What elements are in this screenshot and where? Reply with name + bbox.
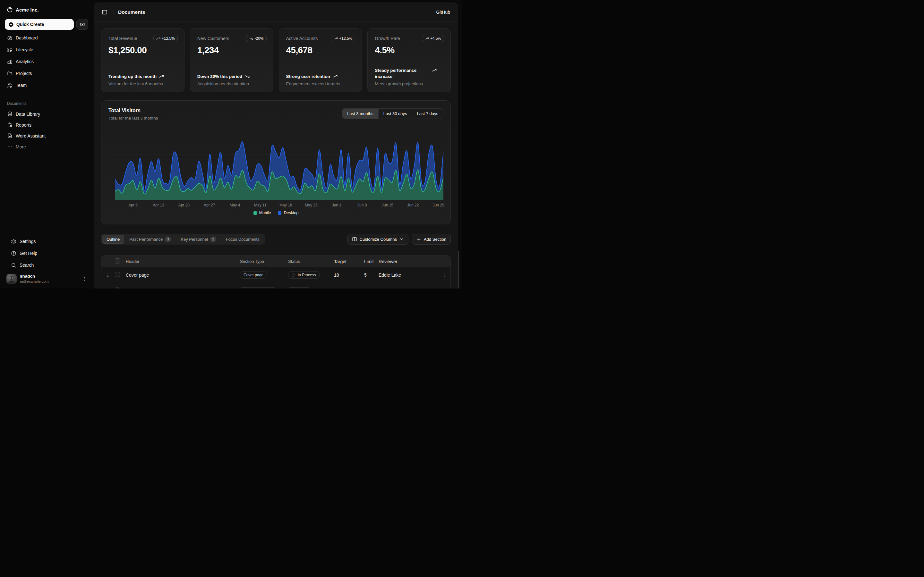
plus-icon xyxy=(417,237,421,242)
sidebar-item-settings[interactable]: Settings xyxy=(8,235,86,247)
customize-columns-label: Customize Columns xyxy=(360,237,397,242)
chart-legend: MobileDesktop xyxy=(102,211,451,215)
trend-badge: -20% xyxy=(246,35,266,42)
select-all-checkbox[interactable] xyxy=(115,258,120,263)
sidebar-footer-nav: SettingsGet HelpSearch xyxy=(4,235,90,271)
row-checkbox[interactable] xyxy=(115,272,120,277)
time-range-tabs: Last 3 monthsLast 30 daysLast 7 days xyxy=(342,108,443,119)
customize-columns-button[interactable]: Customize Columns xyxy=(347,234,409,245)
drag-handle[interactable] xyxy=(102,273,112,277)
row-target[interactable]: 29 xyxy=(330,288,362,289)
circle-plus-icon xyxy=(8,22,14,27)
tab-outline[interactable]: Outline xyxy=(102,235,124,243)
file-word-icon xyxy=(7,133,13,139)
drag-handle[interactable] xyxy=(102,288,112,288)
dots-vertical-icon xyxy=(443,273,447,277)
stat-card-active-accounts: Active Accounts+12.5%45,678Strong user r… xyxy=(279,28,362,92)
ellipsis-icon xyxy=(7,144,13,149)
sidebar-toggle-button[interactable] xyxy=(100,7,110,17)
trending-up-icon xyxy=(432,68,437,73)
sidebar-item-projects[interactable]: Projects xyxy=(4,68,90,79)
range-tab-last-7-days[interactable]: Last 7 days xyxy=(412,109,443,119)
row-target[interactable]: 18 xyxy=(330,272,362,277)
sidebar-item-reports[interactable]: Reports xyxy=(4,119,90,130)
page-title: Documents xyxy=(118,9,145,15)
stat-footer-title: Strong user retention xyxy=(286,73,355,80)
sidebar-item-team[interactable]: Team xyxy=(4,79,90,91)
sidebar-item-analytics[interactable]: Analytics xyxy=(4,56,90,67)
sidebar-item-lifecycle[interactable]: Lifecycle xyxy=(4,44,90,55)
table-toolbar: OutlinePast Performance3Key Personnel2Fo… xyxy=(101,234,451,245)
tab-past-performance[interactable]: Past Performance3 xyxy=(125,235,176,243)
scrollbar-thumb[interactable] xyxy=(458,251,459,288)
add-section-button[interactable]: Add Section xyxy=(412,234,451,245)
visitors-area-chart xyxy=(115,127,442,200)
sidebar-item-dashboard[interactable]: Dashboard xyxy=(4,32,90,44)
folder-icon xyxy=(7,71,13,76)
x-tick-label: Apr 13 xyxy=(153,203,164,207)
row-limit[interactable]: 24 xyxy=(362,288,378,289)
trending-down-icon xyxy=(249,37,253,41)
row-actions-button[interactable] xyxy=(436,273,451,277)
table-row[interactable]: Table of contentsTable of contentsDone29… xyxy=(102,283,451,288)
github-link[interactable]: GitHub xyxy=(436,10,450,15)
search-icon xyxy=(11,263,16,268)
tab-key-personnel[interactable]: Key Personnel2 xyxy=(176,235,221,243)
report-icon xyxy=(7,122,13,127)
status-badge: Done xyxy=(288,287,310,289)
x-tick-label: Apr 27 xyxy=(204,203,215,207)
main-panel: Documents GitHub Total Revenue+12.5%$1,2… xyxy=(94,3,458,288)
row-reviewer[interactable]: Eddie Lake xyxy=(378,288,436,289)
sidebar-item-word-assistant[interactable]: Word Assistant xyxy=(4,131,90,141)
stat-footer-title: Down 20% this period xyxy=(197,73,267,80)
x-tick-label: Apr 20 xyxy=(178,203,190,207)
user-menu[interactable]: shadcn m@example.com xyxy=(4,271,90,287)
trend-badge: +4.5% xyxy=(422,35,444,42)
sidebar-item-data-library[interactable]: Data Library xyxy=(4,109,90,119)
row-reviewer[interactable]: Eddie Lake xyxy=(378,272,436,277)
section-type-badge: Cover page xyxy=(240,271,267,279)
dots-vertical-icon xyxy=(82,276,87,282)
stat-card-new-customers: New Customers-20%1,234Down 20% this peri… xyxy=(190,28,273,92)
brand-name: Acme Inc. xyxy=(16,7,39,13)
stat-footer-title: Trending up this month xyxy=(108,73,178,80)
status-badge: In Process xyxy=(288,271,320,279)
inbox-button[interactable] xyxy=(76,19,88,30)
trending-down-icon xyxy=(245,74,250,79)
trending-up-icon xyxy=(159,74,164,79)
stat-cards: Total Revenue+12.5%$1,250.00Trending up … xyxy=(101,28,451,92)
column-header-header: Header xyxy=(123,259,237,264)
chevron-down-icon xyxy=(399,237,404,242)
row-actions-button[interactable] xyxy=(436,288,451,288)
x-tick-label: Jun 1 xyxy=(332,203,341,207)
help-icon xyxy=(11,251,16,256)
trending-up-icon xyxy=(333,74,338,79)
trending-up-icon xyxy=(156,37,160,41)
trending-up-icon xyxy=(425,37,429,41)
x-axis: Apr 6Apr 13Apr 20Apr 27May 4May 11May 18… xyxy=(115,201,442,208)
stat-title: New Customers xyxy=(197,35,229,41)
trend-badge: +12.5% xyxy=(153,35,178,42)
avatar xyxy=(6,274,17,284)
legend-swatch xyxy=(278,211,281,215)
range-tab-last-3-months[interactable]: Last 3 months xyxy=(342,109,379,119)
sidebar-item-get-help[interactable]: Get Help xyxy=(8,247,86,259)
brand[interactable]: Acme Inc. xyxy=(0,0,94,13)
sidebar-section-label: Documents xyxy=(0,101,94,106)
column-header-limit: Limit xyxy=(362,259,378,264)
sidebar-item-search[interactable]: Search xyxy=(8,259,86,271)
table-row[interactable]: Cover pageCover pageIn Process185Eddie L… xyxy=(102,268,451,283)
stat-value: $1,250.00 xyxy=(108,45,178,55)
sections-table: HeaderSection TypeStatusTargetLimitRevie… xyxy=(101,255,451,288)
sidebar: Acme Inc. Quick Create DashboardLifecycl… xyxy=(0,0,94,288)
range-tab-last-30-days[interactable]: Last 30 days xyxy=(379,109,412,119)
row-checkbox[interactable] xyxy=(115,287,120,289)
sidebar-documents-nav: Data LibraryReportsWord AssistantMore xyxy=(0,109,94,152)
tab-focus-documents[interactable]: Focus Documents xyxy=(221,235,264,243)
x-tick-label: Apr 6 xyxy=(128,203,137,207)
row-limit[interactable]: 5 xyxy=(362,272,378,277)
add-section-label: Add Section xyxy=(424,237,446,242)
sidebar-item-more[interactable]: More xyxy=(4,141,90,152)
quick-create-button[interactable]: Quick Create xyxy=(5,19,74,30)
x-tick-label: May 11 xyxy=(254,203,266,207)
